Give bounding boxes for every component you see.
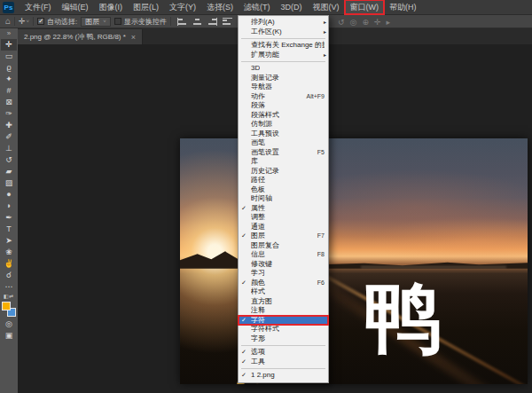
- menu-item-label: 工作区(K): [251, 28, 282, 37]
- menu-item-label: 测量记录: [251, 74, 279, 83]
- menu-item[interactable]: 仿制源: [239, 120, 328, 130]
- menubar-item[interactable]: 3D(D): [276, 0, 308, 14]
- chevron-down-icon[interactable]: ˅: [27, 19, 30, 24]
- menu-item[interactable]: ✓图层F7: [239, 232, 328, 241]
- roll-3d-camera-icon[interactable]: ◎: [350, 18, 357, 27]
- menu-item[interactable]: 直方图: [239, 297, 328, 307]
- menu-item[interactable]: 路径: [239, 176, 328, 185]
- document-image[interactable]: 鸭: [180, 138, 528, 384]
- zoom-tool[interactable]: ☌: [1, 270, 17, 281]
- lasso-tool[interactable]: ϱ: [1, 62, 17, 74]
- menu-item[interactable]: 查找有关 Exchange 的扩展功能...: [239, 41, 328, 51]
- menu-item[interactable]: 排列(A)▸: [239, 18, 328, 28]
- toolbar-collapse-icon[interactable]: »: [7, 28, 11, 39]
- menu-item[interactable]: 通道: [239, 223, 328, 232]
- type-tool[interactable]: T: [1, 224, 17, 235]
- menu-item[interactable]: 色板: [239, 185, 328, 195]
- menu-item[interactable]: 动作Alt+F9: [239, 92, 328, 102]
- menu-item[interactable]: 时间轴: [239, 194, 328, 204]
- pen-tool[interactable]: ✒: [1, 212, 17, 224]
- menu-item[interactable]: ✓属性: [239, 204, 328, 214]
- menubar-item[interactable]: 图像(I): [94, 0, 129, 14]
- orbit-3d-camera-icon[interactable]: ↺: [338, 18, 345, 27]
- eraser-tool[interactable]: ▰: [1, 166, 17, 177]
- menu-item[interactable]: 图层复合: [239, 241, 328, 251]
- menu-item[interactable]: 历史记录: [239, 167, 328, 177]
- menu-item[interactable]: 测量记录: [239, 74, 328, 83]
- menu-item-label: 历史记录: [251, 167, 279, 177]
- dodge-tool[interactable]: ◗: [1, 200, 17, 212]
- frame-tool[interactable]: ⊠: [1, 97, 17, 108]
- menu-item[interactable]: 导航器: [239, 83, 328, 92]
- menu-item[interactable]: 样式: [239, 287, 328, 297]
- menu-item[interactable]: ✓颜色F6: [239, 279, 328, 288]
- slide-3d-camera-icon[interactable]: ✛: [374, 18, 381, 27]
- tools-list: ✛▭ϱ✦#⊠✑✚✐⊥↺▰▨●◗✒T➤❀✌☌⋯: [1, 39, 17, 293]
- auto-select-target-dropdown[interactable]: 图层 ˅: [81, 17, 111, 27]
- hand-tool[interactable]: ✌: [1, 258, 17, 270]
- align-left-edges-icon[interactable]: [177, 18, 187, 26]
- menu-item[interactable]: ✓选项: [239, 348, 328, 358]
- gradient-tool[interactable]: ▨: [1, 177, 17, 189]
- menu-item[interactable]: 字形: [239, 334, 328, 344]
- document-tab[interactable]: 2.png @ 22.8% (冲 鸭, RGB/8) * ×: [18, 29, 143, 44]
- horizon-lights: [361, 266, 507, 268]
- marquee-tool[interactable]: ▭: [1, 51, 17, 62]
- menubar-item[interactable]: 帮助(H): [384, 0, 422, 14]
- clone-stamp-tool[interactable]: ⊥: [1, 143, 17, 154]
- move-tool[interactable]: ✛: [1, 39, 17, 51]
- screen-mode-icon[interactable]: ▣: [1, 330, 17, 342]
- blur-tool[interactable]: ●: [1, 189, 17, 200]
- menu-item[interactable]: 画笔设置F5: [239, 148, 328, 158]
- menubar-item[interactable]: 编辑(E): [57, 0, 94, 14]
- swap-colors-icon[interactable]: ◧⇄: [4, 293, 15, 301]
- quick-selection-tool[interactable]: ✦: [1, 74, 17, 85]
- eyedropper-tool[interactable]: ✑: [1, 108, 17, 120]
- menu-item[interactable]: ✓工具: [239, 358, 328, 367]
- menu-item[interactable]: 画笔: [239, 138, 328, 148]
- quick-mask-icon[interactable]: ◎: [1, 318, 17, 330]
- align-horizontal-centers-icon[interactable]: [192, 18, 202, 26]
- brush-tool[interactable]: ✐: [1, 131, 17, 143]
- menubar-item[interactable]: 文件(F): [20, 0, 57, 14]
- menu-item[interactable]: 字符样式: [239, 325, 328, 334]
- auto-select-checkbox[interactable]: ✓: [37, 18, 44, 25]
- edit-toolbar[interactable]: ⋯: [1, 281, 17, 293]
- menu-item[interactable]: 信息F8: [239, 250, 328, 260]
- path-selection-tool[interactable]: ➤: [1, 235, 17, 247]
- menu-item[interactable]: 修改键: [239, 260, 328, 270]
- shape-tool[interactable]: ❀: [1, 247, 17, 258]
- menu-item[interactable]: 学习: [239, 269, 328, 279]
- zoom-3d-camera-icon[interactable]: ▸: [387, 18, 391, 27]
- menu-item[interactable]: 调整: [239, 213, 328, 223]
- menubar-item[interactable]: 视图(V): [308, 0, 345, 14]
- menu-item[interactable]: 段落: [239, 101, 328, 111]
- home-icon[interactable]: ⌂: [5, 17, 11, 26]
- pan-3d-camera-icon[interactable]: ⊕: [362, 18, 369, 27]
- menu-item[interactable]: 3D: [239, 64, 328, 74]
- align-right-edges-icon[interactable]: [207, 18, 217, 26]
- menubar-item[interactable]: 选择(S): [201, 0, 239, 14]
- menu-item[interactable]: 库: [239, 157, 328, 167]
- move-tool-icon[interactable]: ✛: [19, 17, 26, 26]
- menu-item[interactable]: ✓1 2.png: [239, 371, 328, 381]
- show-transform-checkbox[interactable]: [114, 18, 121, 25]
- menubar-item[interactable]: 图层(L): [128, 0, 164, 14]
- menubar-item[interactable]: 窗口(W): [345, 0, 385, 14]
- menubar-item[interactable]: 文字(Y): [164, 0, 201, 14]
- menu-item[interactable]: 工具预设: [239, 130, 328, 139]
- menubar-item[interactable]: 滤镜(T): [239, 0, 276, 14]
- crop-tool[interactable]: #: [1, 85, 17, 97]
- history-brush-tool[interactable]: ↺: [1, 154, 17, 166]
- menu-item[interactable]: 工作区(K)▸: [239, 28, 328, 37]
- menu-item-label: 扩展功能: [251, 51, 279, 60]
- menu-item[interactable]: 扩展功能▸: [239, 51, 328, 60]
- foreground-color-swatch[interactable]: [2, 302, 11, 310]
- menu-item[interactable]: 段落样式: [239, 111, 328, 121]
- close-icon[interactable]: ×: [131, 33, 136, 42]
- menu-item[interactable]: ✓字符: [239, 316, 328, 326]
- align-top-edges-icon[interactable]: [223, 18, 232, 26]
- menu-item[interactable]: 注释: [239, 306, 328, 316]
- healing-brush-tool[interactable]: ✚: [1, 120, 17, 131]
- menu-item-label: 字符样式: [251, 325, 279, 334]
